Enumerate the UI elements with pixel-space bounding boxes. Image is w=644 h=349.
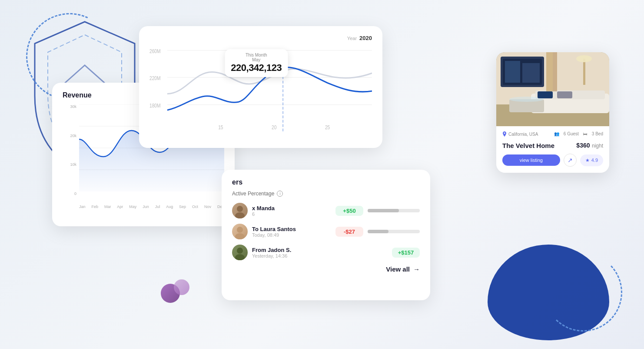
big-chart-year-label: Year	[347, 36, 357, 41]
svg-rect-40	[553, 52, 557, 91]
property-meta: 👥 6 Guest 🛏 3 Bed	[554, 131, 603, 136]
background: Revenue 30k 20k 10k 0	[0, 0, 644, 349]
tx-name-0: x Manda	[252, 205, 335, 211]
x-label-may: May	[129, 205, 136, 209]
big-chart-header: Year 2020	[149, 35, 372, 41]
x-label-feb: Feb	[91, 205, 98, 209]
tx-info-2: From Jadon S. Yesterday, 14:36	[252, 247, 392, 258]
tx-time-0: 6	[252, 211, 335, 217]
tx-avatar-1	[232, 224, 248, 239]
view-all-row[interactable]: View all →	[232, 265, 420, 273]
svg-point-31	[576, 55, 592, 62]
chart-tooltip: This Month May 220,342,123	[225, 49, 288, 77]
tx-name-2: From Jadon S.	[252, 247, 392, 253]
tx-avatar-0	[232, 203, 248, 218]
svg-text:180M: 180M	[149, 103, 161, 108]
svg-rect-30	[583, 59, 585, 85]
big-chart-year-value: 2020	[359, 35, 372, 41]
svg-point-18	[237, 206, 243, 212]
arrow-button[interactable]: ↗	[564, 154, 577, 167]
svg-rect-37	[538, 91, 553, 98]
property-price-unit: night	[592, 143, 603, 149]
svg-text:220M: 220M	[149, 75, 161, 81]
transaction-row-1: To Laura Santos Today, 08:49 -$27	[232, 224, 420, 239]
property-guests: 6 Guest	[564, 131, 579, 136]
transaction-row-0: x Manda 6 +$50	[232, 203, 420, 218]
svg-rect-38	[557, 91, 572, 98]
x-label-jun: Jun	[143, 205, 149, 209]
tx-avatar-2	[232, 245, 248, 260]
active-percentage-section: Active Percentage i	[232, 191, 420, 197]
property-beds: 3 Bed	[592, 131, 603, 136]
property-card: California, USA 👥 6 Guest 🛏 3 Bed The Ve…	[496, 52, 609, 173]
tx-name-1: To Laura Santos	[252, 226, 335, 232]
transactions-header: ers	[232, 178, 420, 186]
transactions-card: ers Active Percentage i x Manda 6 +$50	[222, 170, 430, 300]
x-label-apr: Apr	[117, 205, 123, 209]
rating-button[interactable]: ★ 4.9	[580, 154, 603, 166]
svg-rect-39	[546, 52, 553, 91]
property-location-text: California, USA	[508, 132, 538, 137]
y-label-20k: 20k	[70, 134, 76, 138]
progress-bar-0	[368, 209, 420, 212]
svg-text:20: 20	[272, 124, 276, 130]
x-label-aug: Aug	[166, 205, 173, 209]
x-label-oct: Oct	[192, 205, 198, 209]
big-chart-card: Year 2020 This Month May 220,342,123	[139, 26, 382, 148]
tx-amount-2: +$157	[392, 248, 420, 258]
svg-rect-28	[505, 61, 520, 83]
x-label-jul: Jul	[155, 205, 160, 209]
property-price: $360	[576, 142, 590, 149]
x-label-sep: Sep	[179, 205, 186, 209]
revenue-x-axis: Jan Feb Mar Apr May Jun Jul Aug Sep Oct …	[79, 205, 224, 209]
transaction-row-2: From Jadon S. Yesterday, 14:36 +$157	[232, 245, 420, 260]
y-label-10k: 10k	[70, 162, 76, 167]
star-icon: ★	[585, 158, 590, 163]
tooltip-value: 220,342,123	[231, 62, 282, 74]
y-label-30k: 30k	[70, 104, 76, 109]
view-all-button[interactable]: View all →	[386, 265, 420, 273]
tx-info-0: x Manda 6	[252, 205, 335, 217]
tooltip-month: May	[231, 57, 282, 62]
svg-point-23	[235, 254, 245, 260]
progress-fill-1	[368, 230, 388, 233]
svg-text:260M: 260M	[149, 48, 161, 54]
property-image	[496, 52, 609, 126]
view-all-arrow-icon: →	[413, 265, 420, 273]
svg-rect-29	[522, 63, 540, 83]
tx-amount-0: +$50	[335, 206, 363, 216]
property-interior-svg	[496, 52, 609, 126]
tooltip-label: This Month	[231, 53, 282, 57]
revenue-y-axis: 30k 20k 10k 0	[63, 104, 76, 196]
rating-value: 4.9	[591, 158, 598, 163]
svg-point-19	[235, 212, 245, 218]
progress-fill-0	[368, 209, 399, 212]
property-name: The Velvet Home	[502, 142, 554, 149]
cards-area: Revenue 30k 20k 10k 0	[52, 26, 609, 323]
property-name-row: The Velvet Home $360 night	[502, 141, 603, 149]
progress-bar-1	[368, 230, 420, 233]
svg-text:25: 25	[325, 124, 330, 130]
active-percentage-label: Active Percentage	[232, 191, 274, 197]
svg-point-21	[235, 233, 245, 239]
x-label-jan: Jan	[79, 205, 86, 209]
y-label-0: 0	[74, 191, 76, 196]
x-label-mar: Mar	[104, 205, 111, 209]
x-label-nov: Nov	[204, 205, 211, 209]
view-listing-button[interactable]: view listing	[502, 154, 560, 166]
property-location: California, USA	[502, 131, 538, 137]
info-icon: i	[277, 191, 283, 197]
svg-point-20	[237, 227, 243, 233]
tx-time-2: Yesterday, 14:36	[252, 253, 392, 258]
tx-info-1: To Laura Santos Today, 08:49	[252, 226, 335, 238]
property-actions: view listing ↗ ★ 4.9	[502, 154, 603, 167]
svg-point-22	[237, 248, 243, 254]
svg-text:15: 15	[218, 124, 223, 130]
big-chart-area: This Month May 220,342,123 260M 220M	[149, 45, 372, 132]
guests-icon: 👥	[554, 131, 559, 136]
property-price-block: $360 night	[576, 141, 603, 149]
bed-icon: 🛏	[583, 131, 588, 136]
tx-time-1: Today, 08:49	[252, 232, 335, 238]
tx-amount-1: -$27	[335, 227, 363, 237]
property-body: California, USA 👥 6 Guest 🛏 3 Bed The Ve…	[496, 126, 609, 173]
